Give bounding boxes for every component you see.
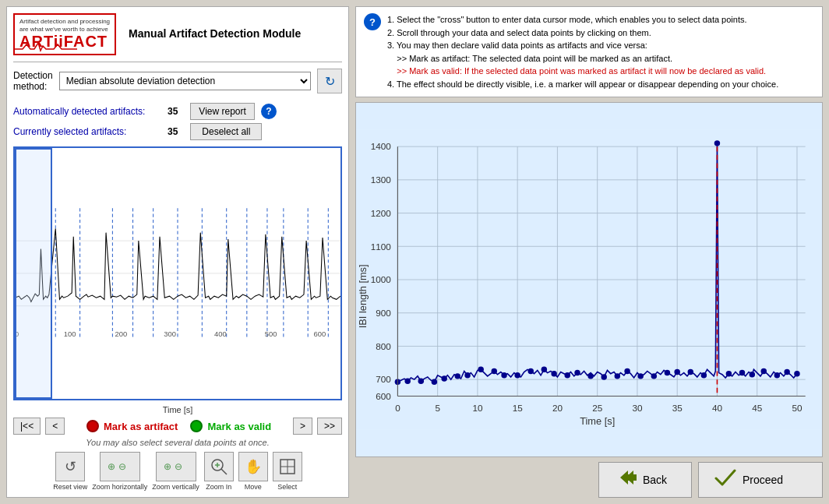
svg-text:5: 5 xyxy=(435,403,440,413)
instruction-1: 1. Select the "cross" button to enter da… xyxy=(387,15,747,24)
svg-marker-115 xyxy=(620,471,631,485)
selected-artifacts-label: Currently selected artifacts: xyxy=(13,126,161,137)
svg-point-108 xyxy=(774,372,780,378)
zoom-vertical-button[interactable]: ⊕ ⊖ xyxy=(156,452,196,481)
svg-point-78 xyxy=(404,379,410,384)
svg-text:⊖: ⊖ xyxy=(175,461,182,472)
view-report-button[interactable]: View report xyxy=(190,103,254,120)
back-chevron-icon xyxy=(615,469,637,491)
svg-text:0: 0 xyxy=(395,403,400,413)
svg-text:45: 45 xyxy=(752,403,763,413)
svg-point-94 xyxy=(601,374,606,379)
select-button[interactable] xyxy=(273,452,302,481)
reset-view-button[interactable]: ↺ xyxy=(55,452,85,481)
svg-text:1300: 1300 xyxy=(371,174,392,185)
svg-text:30: 30 xyxy=(632,403,643,413)
instructions-panel: ? 1. Select the "cross" button to enter … xyxy=(355,6,823,97)
svg-point-89 xyxy=(541,367,547,372)
prev-nav-button[interactable]: < xyxy=(45,418,65,435)
move-button[interactable]: ✋ xyxy=(238,452,268,481)
svg-point-99 xyxy=(665,370,670,375)
move-tool[interactable]: ✋ Move xyxy=(238,452,268,491)
svg-point-84 xyxy=(478,367,483,372)
svg-point-100 xyxy=(674,369,679,375)
mini-chart-x-label: Time [s] xyxy=(13,405,342,414)
zoom-vertical-tool[interactable]: ⊕ ⊖ Zoom vertically xyxy=(152,452,199,491)
svg-text:Time [s]: Time [s] xyxy=(580,415,615,427)
main-container: Artifact detection and processing are wh… xyxy=(0,0,829,504)
first-nav-button[interactable]: |<< xyxy=(13,418,41,435)
last-nav-button[interactable]: >> xyxy=(317,418,342,435)
svg-text:1100: 1100 xyxy=(371,241,392,252)
zoom-in-label: Zoom In xyxy=(206,483,231,491)
mark-valid-label[interactable]: Mark as valid xyxy=(207,421,271,432)
svg-point-81 xyxy=(441,375,446,381)
detection-method-select[interactable]: Median absolute deviation detection xyxy=(59,72,311,90)
svg-point-105 xyxy=(739,370,745,375)
back-button-label: Back xyxy=(643,474,667,486)
svg-text:10: 10 xyxy=(472,403,483,413)
left-panel: Artifact detection and processing are wh… xyxy=(6,6,349,498)
logo-box: Artifact detection and processing are wh… xyxy=(13,13,116,55)
mark-artifact-label[interactable]: Mark as artifact xyxy=(104,421,178,432)
svg-point-79 xyxy=(418,379,424,384)
svg-text:1400: 1400 xyxy=(371,141,392,151)
zoom-vertical-label: Zoom vertically xyxy=(152,483,199,491)
svg-point-110 xyxy=(794,371,799,376)
svg-text:35: 35 xyxy=(672,403,683,413)
mini-chart-highlight xyxy=(15,148,52,399)
svg-point-93 xyxy=(587,373,593,379)
instructions-text: 1. Select the "cross" button to enter da… xyxy=(387,13,778,90)
svg-point-96 xyxy=(624,368,630,374)
zoom-in-tool[interactable]: Zoom In xyxy=(204,452,234,491)
auto-artifacts-row: Automatically detected artifacts: 35 Vie… xyxy=(13,103,342,120)
svg-point-97 xyxy=(637,373,643,379)
instruction-3a: >> Mark as artifact: The selected data p… xyxy=(387,54,672,63)
reset-view-label: Reset view xyxy=(53,483,87,491)
svg-text:200: 200 xyxy=(115,330,128,339)
selected-artifacts-row: Currently selected artifacts: 35 Deselec… xyxy=(13,123,342,140)
instruction-2: 2. Scroll through your data and select d… xyxy=(387,28,651,37)
svg-text:1000: 1000 xyxy=(371,274,392,284)
svg-point-82 xyxy=(455,373,460,379)
svg-point-102 xyxy=(701,372,707,378)
zoom-horizontal-label: Zoom horizontally xyxy=(92,483,147,491)
auto-artifacts-label: Automatically detected artifacts: xyxy=(13,106,161,117)
svg-text:600: 600 xyxy=(314,330,326,339)
svg-text:⊕: ⊕ xyxy=(164,461,171,472)
proceed-button-label: Proceed xyxy=(743,474,783,486)
svg-text:20: 20 xyxy=(552,403,563,413)
svg-text:800: 800 xyxy=(376,341,391,351)
artifact-dot-icon xyxy=(86,420,99,432)
right-panel: ? 1. Select the "cross" button to enter … xyxy=(355,6,823,498)
back-button[interactable]: Back xyxy=(598,462,692,498)
next-nav-button[interactable]: > xyxy=(293,418,312,435)
instruction-4: 4. The effect should be directly visible… xyxy=(387,79,778,89)
svg-text:25: 25 xyxy=(592,403,603,413)
zoom-horizontal-button[interactable]: ⊕ ⊖ xyxy=(100,452,140,481)
instruction-3: 3. You may then declare valid data point… xyxy=(387,41,647,50)
mini-chart-svg: 0 100 200 300 400 500 600 xyxy=(15,148,340,399)
zoom-in-button[interactable] xyxy=(204,452,234,481)
logo-sub: Artifact detection and processing xyxy=(19,18,110,26)
zoom-horizontal-tool[interactable]: ⊕ ⊖ Zoom horizontally xyxy=(92,452,147,491)
proceed-button[interactable]: Proceed xyxy=(698,462,823,498)
svg-text:600: 600 xyxy=(376,391,391,401)
valid-dot-icon xyxy=(190,420,203,432)
svg-point-88 xyxy=(528,368,534,374)
deselect-button[interactable]: Deselect all xyxy=(190,123,262,140)
reset-view-tool[interactable]: ↺ Reset view xyxy=(53,452,87,491)
refresh-button[interactable]: ↻ xyxy=(317,69,342,93)
help-icon[interactable]: ? xyxy=(261,104,277,119)
svg-point-87 xyxy=(514,372,520,378)
select-tool[interactable]: Select xyxy=(273,452,302,491)
svg-point-103 xyxy=(714,140,720,146)
marker-row: Mark as artifact Mark as valid xyxy=(69,420,288,432)
select-label: Select xyxy=(277,483,297,491)
svg-point-104 xyxy=(726,371,732,376)
toolbar-row: ↺ Reset view ⊕ ⊖ Zoom horizontally ⊕ ⊖ xyxy=(13,452,342,491)
svg-point-109 xyxy=(784,369,789,375)
main-chart-svg: 1400 1300 1200 1100 1000 900 800 700 600… xyxy=(356,103,822,456)
svg-point-106 xyxy=(750,372,755,377)
instruction-3b: >> Mark as valid: If the selected data p… xyxy=(387,66,766,76)
